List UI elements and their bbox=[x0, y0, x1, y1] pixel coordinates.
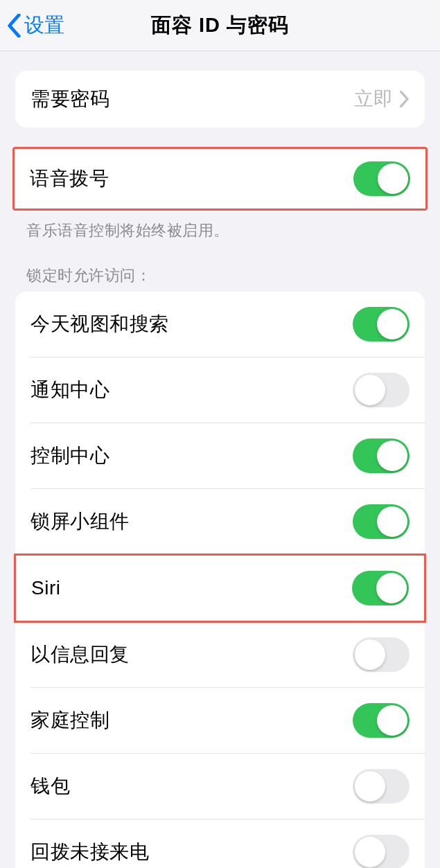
lock-item-label: 锁屏小组件 bbox=[30, 508, 130, 535]
lock-item-label: 控制中心 bbox=[30, 443, 109, 469]
require-passcode-label: 需要密码 bbox=[30, 86, 109, 112]
require-passcode-value: 立即 bbox=[354, 86, 410, 112]
lock-item-label: 通知中心 bbox=[30, 377, 109, 403]
toggle-knob bbox=[377, 441, 407, 471]
voice-dial-toggle[interactable] bbox=[353, 161, 410, 196]
lock-item-row: 控制中心 bbox=[15, 423, 425, 488]
lock-item-row: 今天视图和搜索 bbox=[15, 292, 425, 357]
lock-item-toggle[interactable] bbox=[353, 637, 410, 672]
chevron-back-icon bbox=[7, 14, 21, 37]
require-passcode-row[interactable]: 需要密码 立即 bbox=[15, 71, 425, 127]
toggle-knob bbox=[377, 705, 407, 736]
lock-access-list: 今天视图和搜索通知中心控制中心锁屏小组件Siri以信息回复家庭控制钱包回拨未接来… bbox=[15, 292, 425, 868]
lock-item-row: 钱包 bbox=[15, 754, 425, 819]
back-label: 设置 bbox=[24, 12, 64, 39]
lock-item-label: 回拨未接来电 bbox=[30, 839, 149, 865]
voice-dial-footer: 音乐语音控制将始终被启用。 bbox=[26, 220, 414, 242]
lock-item-row: 回拨未接来电 bbox=[15, 820, 425, 868]
lock-item-toggle[interactable] bbox=[353, 439, 410, 473]
back-button[interactable]: 设置 bbox=[7, 12, 64, 39]
lock-item-label: 家庭控制 bbox=[30, 707, 109, 734]
chevron-right-icon bbox=[400, 91, 410, 107]
lock-item-toggle[interactable] bbox=[353, 307, 410, 342]
toggle-knob bbox=[378, 163, 408, 194]
voice-dial-row: 语音拨号 bbox=[15, 149, 425, 209]
lock-item-row: 锁屏小组件 bbox=[15, 489, 425, 554]
toggle-knob bbox=[377, 506, 407, 537]
lock-item-row: 以信息回复 bbox=[15, 622, 425, 687]
lock-item-toggle[interactable] bbox=[353, 373, 410, 407]
lock-item-label: 今天视图和搜索 bbox=[30, 311, 169, 337]
page-title: 面容 ID 与密码 bbox=[151, 12, 289, 39]
toggle-knob bbox=[355, 375, 385, 405]
toggle-knob bbox=[377, 309, 407, 339]
toggle-knob bbox=[376, 573, 407, 603]
lock-item-toggle[interactable] bbox=[353, 504, 410, 539]
lock-item-toggle[interactable] bbox=[353, 835, 410, 868]
require-passcode-group: 需要密码 立即 bbox=[15, 71, 425, 127]
lock-item-toggle[interactable] bbox=[353, 769, 410, 804]
lock-access-header: 锁定时允许访问： bbox=[26, 265, 414, 286]
lock-item-row: 家庭控制 bbox=[15, 688, 425, 753]
lock-item-label: 以信息回复 bbox=[30, 641, 130, 668]
lock-item-row: 通知中心 bbox=[15, 357, 425, 423]
toggle-knob bbox=[355, 837, 385, 867]
voice-dial-group: 语音拨号 bbox=[12, 147, 428, 211]
toggle-knob bbox=[355, 639, 385, 670]
content-area: 需要密码 立即 语音拨号 音乐语音控制将始终被启用。 锁定时允许访问： 今天视图… bbox=[0, 71, 440, 868]
lock-item-label: 钱包 bbox=[30, 773, 70, 799]
lock-item-label: Siri bbox=[31, 577, 60, 599]
lock-item-row: Siri bbox=[14, 553, 426, 623]
lock-item-toggle[interactable] bbox=[353, 703, 410, 738]
lock-item-toggle[interactable] bbox=[352, 571, 409, 605]
navigation-bar: 设置 面容 ID 与密码 bbox=[0, 0, 440, 51]
voice-dial-label: 语音拨号 bbox=[30, 166, 109, 192]
toggle-knob bbox=[355, 771, 385, 801]
